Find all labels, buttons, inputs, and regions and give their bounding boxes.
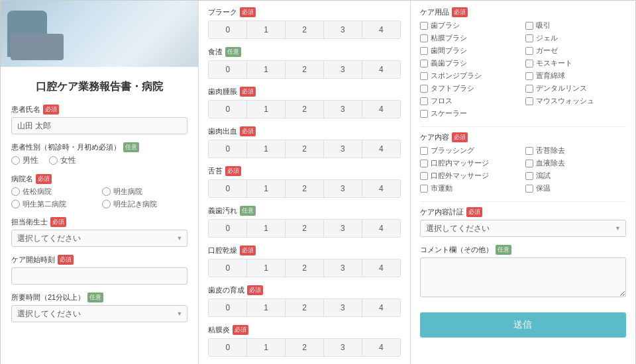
care-start-input[interactable] bbox=[11, 267, 187, 285]
score-btn-2[interactable]: 2 bbox=[286, 180, 324, 197]
score-btn-1[interactable]: 1 bbox=[247, 61, 286, 78]
care-content-item[interactable]: 舌苔除去 bbox=[525, 146, 626, 156]
score-btn-0[interactable]: 0 bbox=[209, 339, 247, 356]
care-item[interactable]: スポンジブラシ bbox=[420, 71, 521, 81]
care-content-item[interactable]: 口腔外マッサージ bbox=[420, 171, 521, 181]
score-btn-4[interactable]: 4 bbox=[362, 180, 400, 197]
score-btn-1[interactable]: 1 bbox=[247, 101, 286, 118]
score-btn-2[interactable]: 2 bbox=[286, 140, 324, 158]
score-btn-4[interactable]: 4 bbox=[362, 339, 400, 356]
hospital-item-3[interactable]: 明生第二病院 bbox=[11, 199, 97, 209]
care-content-item[interactable]: ブラッシング bbox=[420, 146, 521, 156]
comment-textarea[interactable] bbox=[420, 257, 626, 297]
care-content-item[interactable]: 口腔内マッサージ bbox=[420, 158, 521, 168]
score-btn-0[interactable]: 0 bbox=[209, 21, 247, 38]
score-btn-0[interactable]: 0 bbox=[209, 180, 247, 197]
required-badge-care-result: 必須 bbox=[466, 207, 482, 217]
gender-male[interactable]: 男性 bbox=[11, 155, 38, 166]
score-btn-4[interactable]: 4 bbox=[362, 220, 400, 237]
score-btn-0[interactable]: 0 bbox=[209, 140, 247, 158]
gender-label: 患者性別（初診時・月初め必須） 任意 bbox=[11, 142, 187, 152]
care-item[interactable]: 義歯ブラシ bbox=[420, 58, 521, 68]
gender-female[interactable]: 女性 bbox=[49, 155, 76, 166]
care-item[interactable]: ガーゼ bbox=[525, 46, 626, 56]
score-btn-2[interactable]: 2 bbox=[286, 339, 324, 356]
score-btn-1[interactable]: 1 bbox=[247, 140, 286, 158]
care-item[interactable]: モスキート bbox=[525, 58, 626, 68]
checkbox-icon bbox=[525, 47, 533, 55]
care-item[interactable]: マウスウォッシュ bbox=[525, 96, 626, 106]
score-btn-3[interactable]: 3 bbox=[324, 21, 362, 38]
score-btn-1[interactable]: 1 bbox=[247, 339, 286, 356]
required-badge: 必須 bbox=[43, 105, 59, 114]
score-btn-2[interactable]: 2 bbox=[286, 21, 324, 38]
care-content-item[interactable]: 瀉試 bbox=[525, 171, 626, 181]
care-start-group: ケア開始時刻 必須 bbox=[11, 255, 187, 285]
care-item[interactable]: デンタルリンス bbox=[525, 83, 626, 93]
score-btn-4[interactable]: 4 bbox=[362, 61, 400, 78]
optional-badge: 任意 bbox=[240, 206, 256, 216]
score-btn-2[interactable]: 2 bbox=[286, 101, 324, 118]
care-item[interactable]: 粘膜ブラシ bbox=[420, 33, 521, 43]
score-btn-4[interactable]: 4 bbox=[362, 299, 400, 316]
score-btn-3[interactable]: 3 bbox=[324, 140, 362, 158]
score-btn-3[interactable]: 3 bbox=[324, 220, 362, 237]
patient-name-group: 患者氏名 必須 bbox=[11, 105, 187, 134]
care-content-item[interactable]: 保温 bbox=[525, 183, 626, 193]
score-btn-1[interactable]: 1 bbox=[247, 299, 286, 316]
score-btn-0[interactable]: 0 bbox=[209, 259, 247, 277]
score-btn-3[interactable]: 3 bbox=[324, 101, 362, 118]
care-item[interactable]: スケーラー bbox=[420, 109, 521, 118]
score-btn-2[interactable]: 2 bbox=[286, 299, 324, 316]
care-item[interactable]: 歯間ブラシ bbox=[420, 46, 521, 56]
care-content-item[interactable]: 市運動 bbox=[420, 183, 521, 193]
score-buttons: 01234 bbox=[208, 60, 400, 79]
score-btn-3[interactable]: 3 bbox=[324, 180, 362, 197]
score-btn-4[interactable]: 4 bbox=[362, 101, 400, 118]
care-item[interactable]: 歯ブラシ bbox=[420, 21, 521, 30]
score-buttons: 01234 bbox=[208, 338, 400, 357]
optional-badge-time: 任意 bbox=[87, 293, 103, 302]
score-btn-0[interactable]: 0 bbox=[209, 101, 247, 118]
gender-group: 患者性別（初診時・月初め必須） 任意 男性 女性 bbox=[11, 142, 187, 166]
comment-label: コメント欄（その他） 任意 bbox=[420, 245, 626, 255]
score-btn-0[interactable]: 0 bbox=[209, 220, 247, 237]
score-btn-3[interactable]: 3 bbox=[324, 339, 362, 356]
care-item[interactable]: 吸引 bbox=[525, 21, 626, 30]
score-btn-4[interactable]: 4 bbox=[362, 140, 400, 158]
score-btn-4[interactable]: 4 bbox=[362, 21, 400, 38]
score-section: 粘膜炎必須01234 bbox=[208, 325, 400, 357]
checkbox-icon bbox=[525, 22, 533, 30]
hygienist-select[interactable]: 選択してください bbox=[11, 230, 187, 247]
care-item[interactable]: タフトブラシ bbox=[420, 83, 521, 93]
care-item[interactable]: 置育綿球 bbox=[525, 71, 626, 81]
care-content-item[interactable]: 血液除去 bbox=[525, 158, 626, 168]
patient-name-input[interactable] bbox=[11, 117, 187, 134]
score-btn-4[interactable]: 4 bbox=[362, 259, 400, 277]
hospital-item-4[interactable]: 明生記き病院 bbox=[102, 199, 187, 209]
hospital-item-1[interactable]: 佐松病院 bbox=[11, 187, 97, 197]
checkbox-icon bbox=[420, 34, 428, 42]
score-btn-0[interactable]: 0 bbox=[209, 61, 247, 78]
score-btn-3[interactable]: 3 bbox=[324, 61, 362, 78]
score-btn-1[interactable]: 1 bbox=[247, 180, 286, 197]
score-buttons: 01234 bbox=[208, 219, 400, 238]
time-label: 所要時間（21分以上） 任意 bbox=[11, 293, 187, 302]
care-item[interactable]: フロス bbox=[420, 96, 521, 106]
score-btn-1[interactable]: 1 bbox=[247, 21, 286, 38]
care-content-grid: ブラッシング舌苔除去口腔内マッサージ血液除去口腔外マッサージ瀉試市運動保温 bbox=[420, 146, 626, 193]
score-label: 舌苔必須 bbox=[208, 166, 400, 176]
score-btn-1[interactable]: 1 bbox=[247, 220, 286, 237]
care-item[interactable]: ジェル bbox=[525, 33, 626, 43]
score-btn-1[interactable]: 1 bbox=[247, 259, 286, 277]
score-btn-0[interactable]: 0 bbox=[209, 299, 247, 316]
submit-button[interactable]: 送信 bbox=[420, 312, 626, 338]
care-result-select[interactable]: 選択してください bbox=[420, 220, 626, 237]
score-btn-2[interactable]: 2 bbox=[286, 259, 324, 277]
score-btn-3[interactable]: 3 bbox=[324, 299, 362, 316]
score-btn-2[interactable]: 2 bbox=[286, 220, 324, 237]
score-btn-3[interactable]: 3 bbox=[324, 259, 362, 277]
hospital-item-2[interactable]: 明生病院 bbox=[102, 187, 187, 197]
score-btn-2[interactable]: 2 bbox=[286, 61, 324, 78]
time-select[interactable]: 選択してください bbox=[11, 305, 187, 322]
